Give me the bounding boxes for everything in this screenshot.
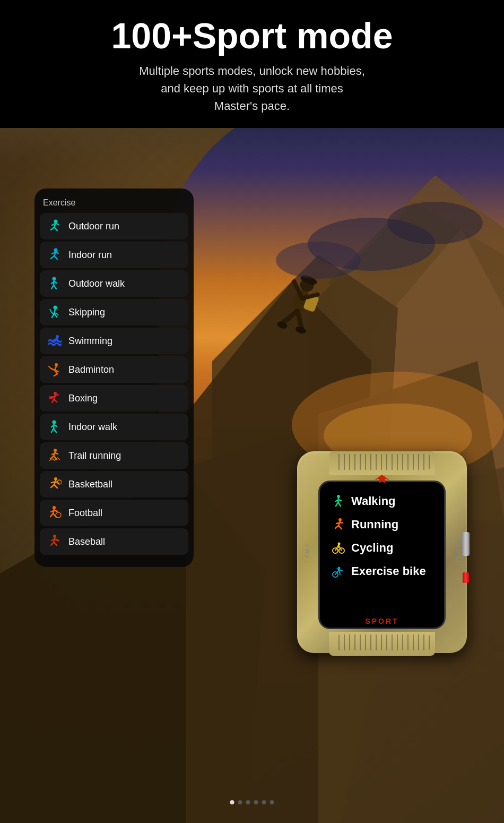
sport-items-list: Outdoor run Indoor run Outdoor walk Skip… — [40, 213, 188, 555]
football-icon — [46, 505, 62, 521]
watch-item-cycling: Cycling — [328, 538, 436, 558]
sport-item-badminton: Badminton — [40, 356, 188, 383]
pagination-dot-3[interactable] — [254, 800, 258, 804]
watch-label-power: POWER — [455, 538, 461, 567]
baseball-label: Baseball — [68, 536, 105, 547]
boxing-label: Boxing — [68, 393, 98, 404]
sport-item-baseball: Baseball — [40, 528, 188, 555]
watch-body: LAMP POWER Walking — [286, 435, 477, 664]
watch-item-running: Running — [328, 515, 436, 534]
sport-item-indoor-run: Indoor run — [40, 242, 188, 268]
sport-item-swimming: Swimming — [40, 328, 188, 354]
svg-line-102 — [338, 526, 342, 529]
svg-point-20 — [387, 202, 483, 244]
watch-sport-label: SPORT — [365, 617, 398, 625]
badminton-icon — [46, 362, 62, 378]
basketball-label: Basketball — [68, 479, 112, 490]
sport-item-trail-running: Trail running — [40, 442, 188, 469]
sport-item-football: Football — [40, 500, 188, 526]
baseball-icon — [46, 534, 62, 550]
svg-line-57 — [54, 399, 57, 402]
watch-item-walking: Walking — [328, 492, 436, 511]
indoor-walk-icon — [46, 419, 62, 435]
swimming-icon — [46, 333, 62, 349]
page-title: 100+Sport mode — [11, 16, 493, 56]
smartwatch: LAMP POWER Walking — [286, 435, 477, 664]
svg-line-33 — [54, 256, 57, 259]
watch-walking-icon — [331, 494, 346, 509]
watch-lug-top — [329, 451, 435, 475]
svg-line-96 — [338, 502, 341, 506]
outdoor-walk-label: Outdoor walk — [68, 278, 125, 289]
sport-item-skipping: Skipping — [40, 299, 188, 325]
watch-crown — [462, 532, 470, 556]
boxing-icon — [46, 390, 62, 406]
page-pagination — [230, 800, 274, 804]
watch-label-lamp: LAMP — [305, 542, 310, 562]
indoor-walk-label: Indoor walk — [68, 422, 117, 433]
pagination-dot-2[interactable] — [246, 800, 250, 804]
watch-screen: Walking Running Cycling Exercise bike — [320, 482, 444, 628]
skipping-label: Skipping — [68, 307, 105, 318]
svg-line-104 — [340, 522, 343, 523]
indoor-run-label: Indoor run — [68, 250, 112, 261]
watch-case: LAMP POWER Walking — [297, 451, 467, 653]
svg-line-51 — [54, 374, 57, 376]
badminton-label: Badminton — [68, 364, 114, 375]
outdoor-run-label: Outdoor run — [68, 221, 119, 232]
watch-item-exercise-bike: Exercise bike — [328, 562, 436, 581]
svg-line-29 — [56, 224, 58, 225]
svg-line-85 — [54, 510, 57, 511]
page-subtitle: Multiple sports modes, unlock new hobbie… — [11, 62, 493, 115]
indoor-run-icon — [46, 247, 62, 263]
svg-line-35 — [56, 252, 58, 254]
svg-point-21 — [276, 242, 361, 279]
trail-running-icon — [46, 448, 62, 464]
sport-item-indoor-walk: Indoor walk — [40, 414, 188, 440]
watch-walking-text: Walking — [351, 494, 396, 508]
watch-exercise-bike-text: Exercise bike — [351, 564, 426, 578]
watch-logo-icon — [371, 474, 393, 487]
sport-modes-panel: Exercise Outdoor run Indoor run Outdoor … — [34, 188, 194, 567]
pagination-dot-5[interactable] — [270, 800, 274, 804]
outdoor-walk-icon — [46, 276, 62, 292]
svg-line-39 — [54, 285, 56, 289]
svg-line-27 — [54, 227, 57, 230]
svg-line-108 — [338, 545, 339, 548]
svg-line-72 — [55, 453, 58, 454]
sport-item-outdoor-run: Outdoor run — [40, 213, 188, 239]
pagination-dot-0[interactable] — [230, 800, 234, 804]
skipping-icon — [46, 304, 62, 320]
basketball-icon — [46, 476, 62, 492]
watch-bezel: Walking Running Cycling Exercise bike — [318, 481, 446, 629]
pagination-dot-1[interactable] — [238, 800, 242, 804]
svg-line-53 — [49, 366, 51, 368]
sport-item-basketball: Basketball — [40, 471, 188, 498]
watch-cycling-text: Cycling — [351, 541, 393, 555]
svg-line-98 — [338, 500, 341, 501]
svg-line-76 — [54, 485, 57, 488]
watch-running-icon — [331, 517, 346, 532]
sport-item-outdoor-walk: Outdoor walk — [40, 270, 188, 297]
watch-exercise-bike-icon — [331, 564, 346, 579]
outdoor-run-icon — [46, 218, 62, 234]
football-label: Football — [68, 508, 102, 519]
trail-running-label: Trail running — [68, 450, 121, 461]
header-section: 100+Sport mode Multiple sports modes, un… — [0, 0, 504, 128]
watch-lug-bottom — [329, 632, 435, 656]
svg-point-86 — [56, 512, 61, 518]
swimming-label: Swimming — [68, 336, 112, 347]
pagination-dot-4[interactable] — [262, 800, 266, 804]
svg-rect-59 — [49, 396, 53, 399]
sport-item-boxing: Boxing — [40, 385, 188, 412]
watch-cycling-icon — [331, 541, 346, 555]
watch-running-text: Running — [351, 518, 398, 531]
svg-line-90 — [54, 542, 57, 545]
watch-red-button — [463, 572, 469, 583]
panel-label: Exercise — [40, 194, 188, 211]
svg-line-64 — [54, 428, 56, 432]
